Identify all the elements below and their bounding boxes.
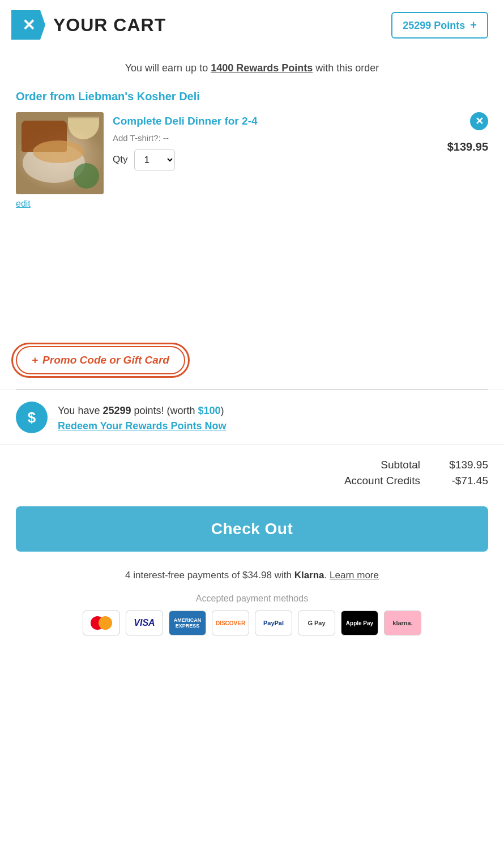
restaurant-name: Liebman's Kosher Deli xyxy=(78,90,200,103)
cart-item: edit Complete Deli Dinner for 2-4 Add T-… xyxy=(16,112,488,209)
applepay-text: Apple Pay xyxy=(346,620,373,626)
promo-label: Promo Code or Gift Card xyxy=(42,354,169,366)
dollar-icon: $ xyxy=(16,402,48,433)
promo-section: + Promo Code or Gift Card xyxy=(0,328,504,389)
gpay-icon: G Pay xyxy=(298,611,335,635)
discover-text: DISCOVER xyxy=(216,620,245,626)
learn-more-link[interactable]: Learn more xyxy=(330,570,379,581)
applepay-icon: Apple Pay xyxy=(341,611,378,635)
credits-row: Account Credits -$71.45 xyxy=(16,475,488,487)
edit-link[interactable]: edit xyxy=(16,199,31,209)
mastercard-icon xyxy=(83,611,120,635)
rewards-notice-prefix: You will earn up to xyxy=(125,62,211,74)
rewards-text: You have 25299 points! (worth $100) xyxy=(58,403,226,419)
item-name: Complete Deli Dinner for 2-4 xyxy=(113,114,488,129)
payment-label: Accepted payment methods xyxy=(16,594,488,604)
page-header: ✕ YOUR CART 25299 Points + xyxy=(0,0,504,50)
order-section: Order from Liebman's Kosher Deli edit Co… xyxy=(0,80,504,215)
order-from-label: Order from xyxy=(16,90,78,103)
item-price: $139.95 xyxy=(447,140,488,153)
discover-icon: DISCOVER xyxy=(212,611,249,635)
points-label: 25299 Points xyxy=(403,20,465,31)
rewards-suffix: ) xyxy=(221,405,224,416)
remove-item-button[interactable]: ✕ xyxy=(470,112,488,130)
remove-icon: ✕ xyxy=(475,116,484,126)
item-qty-row: Qty 1 2 3 4 xyxy=(113,150,488,170)
rewards-middle: points! (worth xyxy=(131,405,198,416)
qty-label: Qty xyxy=(113,154,127,165)
promo-button[interactable]: + Promo Code or Gift Card xyxy=(16,346,185,374)
rewards-prefix: You have xyxy=(58,405,102,416)
mc-circles xyxy=(91,616,112,630)
rewards-worth: $100 xyxy=(198,405,221,416)
amex-text: AMERICAN EXPRESS xyxy=(169,617,206,629)
rewards-notice: You will earn up to 1400 Rewards Points … xyxy=(0,50,504,80)
dollar-symbol: $ xyxy=(28,409,36,426)
credits-label: Account Credits xyxy=(344,475,420,487)
klarna-prefix: 4 interest-free payments of $34.98 with xyxy=(125,570,294,581)
promo-plus-icon: + xyxy=(32,354,38,366)
order-from: Order from Liebman's Kosher Deli xyxy=(16,90,488,103)
rewards-section: $ You have 25299 points! (worth $100) Re… xyxy=(0,390,504,445)
redeem-link[interactable]: Redeem Your Rewards Points Now xyxy=(58,420,226,432)
klarna-payment-icon: klarna. xyxy=(384,611,421,635)
paypal-text: PayPal xyxy=(263,620,284,626)
rewards-points-info: You have 25299 points! (worth $100) Rede… xyxy=(58,403,226,432)
visa-icon: VISA xyxy=(126,611,163,635)
summary-section: Subtotal $139.95 Account Credits -$71.45 xyxy=(0,445,504,496)
checkout-button[interactable]: Check Out xyxy=(16,506,488,552)
logo-symbol: ✕ xyxy=(22,16,35,35)
subtotal-row: Subtotal $139.95 xyxy=(16,459,488,471)
payment-section: Accepted payment methods VISA AMERICAN E… xyxy=(0,584,504,647)
points-button[interactable]: 25299 Points + xyxy=(391,12,488,39)
rewards-notice-suffix: with this order xyxy=(313,62,379,74)
amex-icon: AMERICAN EXPRESS xyxy=(169,611,206,635)
mc-circle-orange xyxy=(99,616,112,630)
promo-oval-wrapper: + Promo Code or Gift Card xyxy=(16,346,185,374)
rewards-points-count: 25299 xyxy=(102,405,131,416)
klarna-card-text: klarna. xyxy=(392,620,412,626)
empty-space xyxy=(0,215,504,328)
gpay-text: G Pay xyxy=(307,620,325,626)
header-left: ✕ YOUR CART xyxy=(11,10,166,40)
page-title: YOUR CART xyxy=(53,15,166,36)
item-addon: Add T-shirt?: -- xyxy=(113,133,488,143)
logo-badge: ✕ xyxy=(11,10,45,40)
subtotal-amount: $139.95 xyxy=(437,459,488,471)
credits-amount: -$71.45 xyxy=(437,475,488,487)
checkout-section: Check Out xyxy=(0,496,504,562)
points-plus-icon: + xyxy=(470,19,477,31)
paypal-icon: PayPal xyxy=(255,611,292,635)
rewards-points-text: 1400 Rewards Points xyxy=(211,62,313,74)
klarna-brand: Klarna xyxy=(294,570,324,581)
visa-text: VISA xyxy=(134,618,155,628)
klarna-suffix: . xyxy=(324,570,330,581)
klarna-section: 4 interest-free payments of $34.98 with … xyxy=(0,562,504,584)
payment-icons: VISA AMERICAN EXPRESS DISCOVER PayPal G … xyxy=(16,611,488,635)
qty-select[interactable]: 1 2 3 4 xyxy=(134,150,175,170)
item-details: Complete Deli Dinner for 2-4 Add T-shirt… xyxy=(113,112,488,170)
item-image: edit xyxy=(16,112,104,209)
subtotal-label: Subtotal xyxy=(381,459,420,471)
